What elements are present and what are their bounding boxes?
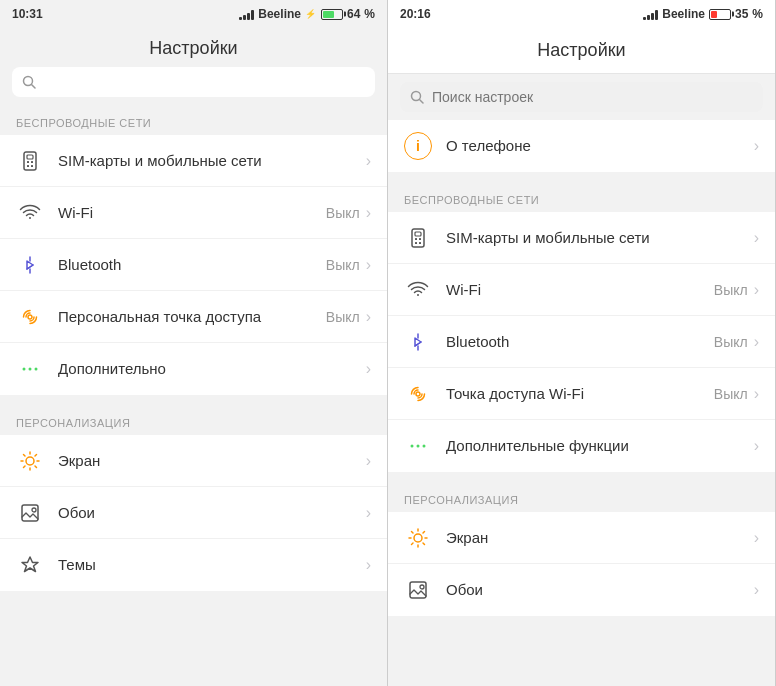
- right-personalization-group: Экран › Обои ›: [388, 512, 775, 616]
- svg-rect-5: [31, 161, 33, 163]
- left-time: 10:31: [12, 7, 43, 21]
- right-battery-icon: [709, 9, 731, 20]
- left-wifi-chevron: ›: [366, 204, 371, 222]
- left-item-more[interactable]: Дополнительно ›: [0, 343, 387, 395]
- right-wifi-value: Выкл: [714, 282, 748, 298]
- svg-rect-30: [419, 238, 421, 240]
- svg-rect-48: [410, 582, 426, 598]
- left-bluetooth-value: Выкл: [326, 257, 360, 273]
- left-hotspot-value: Выкл: [326, 309, 360, 325]
- left-themes-chevron: ›: [366, 556, 371, 574]
- right-bluetooth-value: Выкл: [714, 334, 748, 350]
- left-divider-1: [0, 395, 387, 405]
- left-status-bar: 10:31 Beeline ⚡ 64%: [0, 0, 387, 28]
- left-item-wifi[interactable]: Wi-Fi Выкл ›: [0, 187, 387, 239]
- svg-point-13: [35, 368, 38, 371]
- right-carrier: Beeline: [662, 7, 705, 21]
- svg-line-26: [420, 100, 424, 104]
- right-wallpaper-label: Обои: [446, 580, 754, 600]
- right-battery-pct: 35: [735, 7, 748, 21]
- left-item-hotspot[interactable]: Персональная точка доступа Выкл ›: [0, 291, 387, 343]
- right-search-input[interactable]: [432, 89, 753, 105]
- right-bluetooth-label: Bluetooth: [446, 332, 714, 352]
- left-battery-icon: [321, 9, 343, 20]
- right-search-bar[interactable]: [400, 82, 763, 112]
- left-item-sim[interactable]: SIM-карты и мобильные сети ›: [0, 135, 387, 187]
- svg-rect-31: [415, 242, 417, 244]
- right-search-icon: [410, 90, 424, 104]
- svg-rect-7: [31, 165, 33, 167]
- left-section-wireless: БЕСПРОВОДНЫЕ СЕТИ: [0, 105, 387, 135]
- svg-line-20: [35, 466, 37, 468]
- right-scroll-area[interactable]: i О телефоне › БЕСПРОВОДНЫЕ СЕТИ S: [388, 120, 775, 686]
- svg-line-46: [423, 531, 425, 533]
- left-hotspot-label: Персональная точка доступа: [58, 307, 326, 327]
- wifi-icon: [16, 199, 44, 227]
- svg-line-1: [32, 85, 36, 89]
- right-item-about[interactable]: i О телефоне ›: [388, 120, 775, 172]
- left-display-chevron: ›: [366, 452, 371, 470]
- left-scroll-area[interactable]: БЕСПРОВОДНЫЕ СЕТИ SIM-карты и мобильные …: [0, 105, 387, 686]
- right-item-display[interactable]: Экран ›: [388, 512, 775, 564]
- right-item-sim[interactable]: SIM-карты и мобильные сети ›: [388, 212, 775, 264]
- left-carrier: Beeline: [258, 7, 301, 21]
- right-hotspot-icon: [404, 380, 432, 408]
- left-item-themes[interactable]: Темы ›: [0, 539, 387, 591]
- svg-rect-28: [415, 232, 421, 236]
- more-icon: [16, 355, 44, 383]
- right-hotspot-value: Выкл: [714, 386, 748, 402]
- svg-point-35: [416, 392, 420, 396]
- right-phone-panel: 20:16 Beeline 35% Настройки: [388, 0, 776, 686]
- svg-line-45: [423, 543, 425, 545]
- left-bluetooth-label: Bluetooth: [58, 255, 326, 275]
- svg-line-47: [412, 543, 414, 545]
- left-search-bar[interactable]: [12, 67, 375, 97]
- left-search-input[interactable]: [44, 74, 365, 90]
- left-status-right: Beeline ⚡ 64%: [239, 7, 375, 21]
- right-section-wireless: БЕСПРОВОДНЫЕ СЕТИ: [388, 182, 775, 212]
- left-sim-label: SIM-карты и мобильные сети: [58, 151, 366, 171]
- right-wireless-group: SIM-карты и мобильные сети › Wi-Fi Выкл …: [388, 212, 775, 472]
- svg-rect-3: [27, 155, 33, 159]
- left-hotspot-chevron: ›: [366, 308, 371, 326]
- left-search-icon: [22, 75, 36, 89]
- wallpaper-icon: [16, 499, 44, 527]
- right-wifi-icon: [404, 276, 432, 304]
- right-time: 20:16: [400, 7, 431, 21]
- right-hotspot-chevron: ›: [754, 385, 759, 403]
- right-item-hotspot[interactable]: Точка доступа Wi-Fi Выкл ›: [388, 368, 775, 420]
- right-more-label: Дополнительные функции: [446, 436, 754, 456]
- bluetooth-icon: [16, 251, 44, 279]
- right-signal: [643, 8, 658, 20]
- left-charging-icon: ⚡: [305, 9, 316, 19]
- about-icon: i: [404, 132, 432, 160]
- left-item-display[interactable]: Экран ›: [0, 435, 387, 487]
- left-themes-label: Темы: [58, 555, 366, 575]
- right-display-label: Экран: [446, 528, 754, 548]
- svg-point-37: [417, 445, 420, 448]
- svg-point-24: [32, 508, 36, 512]
- left-wifi-value: Выкл: [326, 205, 360, 221]
- left-item-bluetooth[interactable]: Bluetooth Выкл ›: [0, 239, 387, 291]
- left-display-label: Экран: [58, 451, 366, 471]
- right-page-title: Настройки: [388, 28, 775, 74]
- svg-line-19: [24, 454, 26, 456]
- svg-line-22: [24, 466, 26, 468]
- left-page-title: Настройки: [0, 28, 387, 67]
- svg-point-14: [26, 457, 34, 465]
- right-sim-label: SIM-карты и мобильные сети: [446, 228, 754, 248]
- svg-rect-6: [27, 165, 29, 167]
- right-status-bar: 20:16 Beeline 35%: [388, 0, 775, 28]
- right-wallpaper-chevron: ›: [754, 581, 759, 599]
- left-wireless-group: SIM-карты и мобильные сети › Wi-Fi Выкл …: [0, 135, 387, 395]
- left-section-personalization: ПЕРСОНАЛИЗАЦИЯ: [0, 405, 387, 435]
- left-item-wallpaper[interactable]: Обои ›: [0, 487, 387, 539]
- right-item-wifi[interactable]: Wi-Fi Выкл ›: [388, 264, 775, 316]
- svg-point-11: [23, 368, 26, 371]
- right-more-chevron: ›: [754, 437, 759, 455]
- right-item-more[interactable]: Дополнительные функции ›: [388, 420, 775, 472]
- svg-point-36: [411, 445, 414, 448]
- right-item-wallpaper[interactable]: Обои ›: [388, 564, 775, 616]
- left-personalization-group: Экран › Обои ›: [0, 435, 387, 591]
- right-item-bluetooth[interactable]: Bluetooth Выкл ›: [388, 316, 775, 368]
